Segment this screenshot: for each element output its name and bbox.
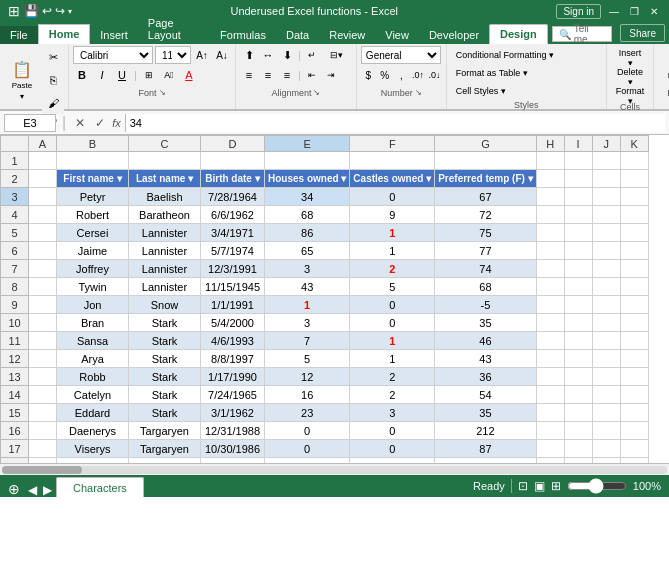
cell-D14[interactable]: 7/24/1965 [201, 386, 265, 404]
cell-C11[interactable]: Stark [129, 332, 201, 350]
cell-C6[interactable]: Lannister [129, 242, 201, 260]
cell-A12[interactable] [29, 350, 57, 368]
cell-A16[interactable] [29, 422, 57, 440]
increase-decimal-btn[interactable]: .0↑ [411, 66, 426, 84]
cell-J3[interactable] [592, 188, 620, 206]
cell-I9[interactable] [564, 296, 592, 314]
cell-C3[interactable]: Baelish [129, 188, 201, 206]
cell-H7[interactable] [536, 260, 564, 278]
cell-K4[interactable] [620, 206, 648, 224]
col-header-J[interactable]: J [592, 136, 620, 152]
undo-quick-btn[interactable]: ↩ [42, 4, 52, 18]
number-format-select[interactable]: General [361, 46, 441, 64]
cell-I11[interactable] [564, 332, 592, 350]
cell-D15[interactable]: 3/1/1962 [201, 404, 265, 422]
confirm-formula-btn[interactable]: ✓ [92, 116, 108, 130]
cell-F8[interactable]: 5 [350, 278, 435, 296]
cell-A7[interactable] [29, 260, 57, 278]
cell-C5[interactable]: Lannister [129, 224, 201, 242]
italic-button[interactable]: I [93, 66, 111, 84]
cell-E13[interactable]: 12 [265, 368, 350, 386]
cell-B11[interactable]: Sansa [57, 332, 129, 350]
cell-A9[interactable] [29, 296, 57, 314]
percent-btn[interactable]: % [377, 66, 392, 84]
align-right-btn[interactable]: ≡ [278, 66, 296, 84]
cell-D7[interactable]: 12/3/1991 [201, 260, 265, 278]
cell-C13[interactable]: Stark [129, 368, 201, 386]
align-top-btn[interactable]: ⬆ [240, 46, 258, 64]
cell-H5[interactable] [536, 224, 564, 242]
formula-input[interactable] [125, 114, 665, 132]
decrease-decimal-btn[interactable]: .0↓ [427, 66, 442, 84]
cell-E10[interactable]: 3 [265, 314, 350, 332]
cell-G14[interactable]: 54 [435, 386, 536, 404]
cell-E1[interactable] [265, 152, 350, 170]
cell-reference-input[interactable] [4, 114, 56, 132]
cut-button[interactable]: ✂ [42, 46, 64, 68]
cell-I5[interactable] [564, 224, 592, 242]
underline-button[interactable]: U [113, 66, 131, 84]
copy-button[interactable]: ⎘ [42, 69, 64, 91]
cell-F2[interactable]: Castles owned ▾ [350, 170, 435, 188]
cell-E8[interactable]: 43 [265, 278, 350, 296]
cell-J9[interactable] [592, 296, 620, 314]
cell-I3[interactable] [564, 188, 592, 206]
cell-G13[interactable]: 36 [435, 368, 536, 386]
cell-F6[interactable]: 1 [350, 242, 435, 260]
cell-G10[interactable]: 35 [435, 314, 536, 332]
paste-button[interactable]: 📋 Paste ▾ [4, 60, 40, 100]
row-header-9[interactable]: 9 [1, 296, 29, 314]
cell-G11[interactable]: 46 [435, 332, 536, 350]
cell-H3[interactable] [536, 188, 564, 206]
format-as-table-btn[interactable]: Format as Table ▾ [451, 64, 533, 82]
cell-F17[interactable]: 0 [350, 440, 435, 458]
cell-J6[interactable] [592, 242, 620, 260]
increase-indent-btn[interactable]: ⇥ [322, 66, 340, 84]
tab-view[interactable]: View [375, 26, 419, 44]
cell-A4[interactable] [29, 206, 57, 224]
cell-G4[interactable]: 72 [435, 206, 536, 224]
cell-J10[interactable] [592, 314, 620, 332]
cell-D4[interactable]: 6/6/1962 [201, 206, 265, 224]
cell-E16[interactable]: 0 [265, 422, 350, 440]
cell-F10[interactable]: 0 [350, 314, 435, 332]
fill-color-button[interactable]: A⃣ [160, 66, 178, 84]
cell-J16[interactable] [592, 422, 620, 440]
cell-B13[interactable]: Robb [57, 368, 129, 386]
format-painter-button[interactable]: 🖌 [42, 92, 64, 114]
cell-H11[interactable] [536, 332, 564, 350]
cell-J17[interactable] [592, 440, 620, 458]
cell-H15[interactable] [536, 404, 564, 422]
tab-review[interactable]: Review [319, 26, 375, 44]
row-header-5[interactable]: 5 [1, 224, 29, 242]
cell-F3[interactable]: 0 [350, 188, 435, 206]
cell-styles-btn[interactable]: Cell Styles ▾ [451, 82, 511, 100]
delete-cells-btn[interactable]: Delete ▾ [611, 65, 650, 83]
cell-H4[interactable] [536, 206, 564, 224]
cell-K8[interactable] [620, 278, 648, 296]
cell-B1[interactable] [57, 152, 129, 170]
col-header-B[interactable]: B [57, 136, 129, 152]
cell-C1[interactable] [129, 152, 201, 170]
cell-A10[interactable] [29, 314, 57, 332]
cell-I7[interactable] [564, 260, 592, 278]
cell-H12[interactable] [536, 350, 564, 368]
close-button[interactable]: ✕ [647, 4, 661, 18]
cell-I8[interactable] [564, 278, 592, 296]
align-middle-btn[interactable]: ↔ [259, 46, 277, 64]
cell-D9[interactable]: 1/1/1991 [201, 296, 265, 314]
cancel-formula-btn[interactable]: ✕ [72, 116, 88, 130]
cell-E6[interactable]: 65 [265, 242, 350, 260]
cell-G12[interactable]: 43 [435, 350, 536, 368]
row-header-10[interactable]: 10 [1, 314, 29, 332]
cell-D13[interactable]: 1/17/1990 [201, 368, 265, 386]
cell-K9[interactable] [620, 296, 648, 314]
cell-B7[interactable]: Joffrey [57, 260, 129, 278]
cell-D6[interactable]: 5/7/1974 [201, 242, 265, 260]
grid-scroll-area[interactable]: A B C D E F G H I J K 1 [0, 135, 669, 463]
cell-C9[interactable]: Snow [129, 296, 201, 314]
cell-D1[interactable] [201, 152, 265, 170]
cell-B17[interactable]: Viserys [57, 440, 129, 458]
col-header-I[interactable]: I [564, 136, 592, 152]
tell-me-input[interactable]: 🔍 Tell me... [552, 26, 613, 42]
